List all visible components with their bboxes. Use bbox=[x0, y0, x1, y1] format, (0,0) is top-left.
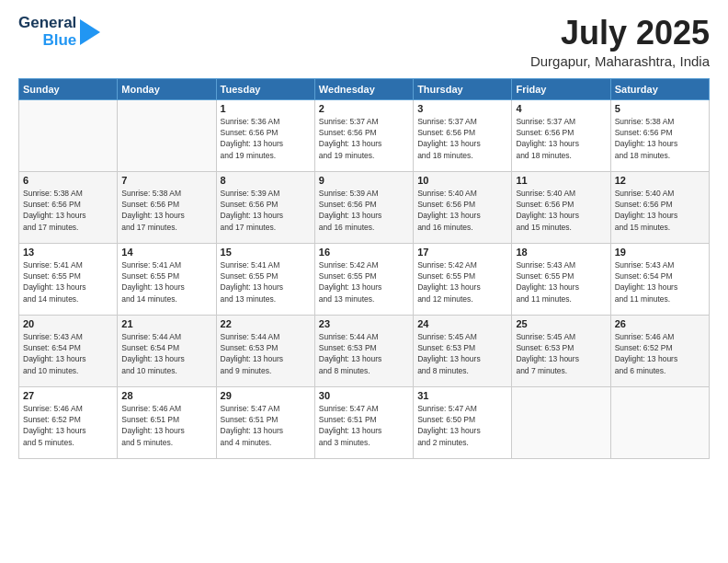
weekday-header: Tuesday bbox=[216, 78, 314, 99]
calendar-cell: 13Sunrise: 5:41 AM Sunset: 6:55 PM Dayli… bbox=[19, 243, 118, 315]
weekday-header: Monday bbox=[118, 78, 216, 99]
cell-info: Sunrise: 5:42 AM Sunset: 6:55 PM Dayligh… bbox=[319, 259, 409, 304]
calendar-cell: 5Sunrise: 5:38 AM Sunset: 6:56 PM Daylig… bbox=[610, 99, 709, 171]
day-number: 17 bbox=[417, 247, 507, 258]
calendar-cell: 31Sunrise: 5:47 AM Sunset: 6:50 PM Dayli… bbox=[414, 386, 512, 458]
day-number: 6 bbox=[23, 175, 113, 186]
svg-marker-0 bbox=[80, 19, 100, 45]
cell-info: Sunrise: 5:41 AM Sunset: 6:55 PM Dayligh… bbox=[121, 259, 211, 304]
day-number: 28 bbox=[121, 390, 211, 401]
month-title: July 2025 bbox=[530, 15, 710, 52]
header: General Blue July 2025 Durgapur, Maharas… bbox=[18, 15, 710, 69]
cell-info: Sunrise: 5:44 AM Sunset: 6:54 PM Dayligh… bbox=[121, 331, 211, 376]
calendar-cell: 23Sunrise: 5:44 AM Sunset: 6:53 PM Dayli… bbox=[314, 315, 413, 386]
calendar-week-row: 20Sunrise: 5:43 AM Sunset: 6:54 PM Dayli… bbox=[19, 315, 710, 386]
day-number: 22 bbox=[221, 318, 311, 329]
day-number: 4 bbox=[516, 103, 606, 114]
cell-info: Sunrise: 5:37 AM Sunset: 6:56 PM Dayligh… bbox=[417, 116, 507, 161]
calendar-cell: 3Sunrise: 5:37 AM Sunset: 6:56 PM Daylig… bbox=[414, 99, 512, 171]
cell-info: Sunrise: 5:38 AM Sunset: 6:56 PM Dayligh… bbox=[121, 188, 211, 233]
calendar-cell: 7Sunrise: 5:38 AM Sunset: 6:56 PM Daylig… bbox=[118, 171, 216, 243]
weekday-header: Saturday bbox=[610, 78, 709, 99]
cell-info: Sunrise: 5:39 AM Sunset: 6:56 PM Dayligh… bbox=[319, 188, 409, 233]
day-number: 14 bbox=[121, 247, 211, 258]
day-number: 8 bbox=[221, 175, 311, 186]
calendar-cell: 6Sunrise: 5:38 AM Sunset: 6:56 PM Daylig… bbox=[19, 171, 118, 243]
cell-info: Sunrise: 5:42 AM Sunset: 6:55 PM Dayligh… bbox=[417, 259, 507, 304]
cell-info: Sunrise: 5:43 AM Sunset: 6:54 PM Dayligh… bbox=[615, 259, 705, 304]
cell-info: Sunrise: 5:40 AM Sunset: 6:56 PM Dayligh… bbox=[417, 188, 507, 233]
day-number: 23 bbox=[319, 318, 409, 329]
calendar-cell: 21Sunrise: 5:44 AM Sunset: 6:54 PM Dayli… bbox=[118, 315, 216, 386]
weekday-header: Wednesday bbox=[314, 78, 413, 99]
logo-blue: Blue bbox=[42, 32, 76, 50]
weekday-header: Thursday bbox=[414, 78, 512, 99]
calendar-week-row: 6Sunrise: 5:38 AM Sunset: 6:56 PM Daylig… bbox=[19, 171, 710, 243]
cell-info: Sunrise: 5:44 AM Sunset: 6:53 PM Dayligh… bbox=[319, 331, 409, 376]
calendar-cell: 26Sunrise: 5:46 AM Sunset: 6:52 PM Dayli… bbox=[610, 315, 709, 386]
day-number: 7 bbox=[121, 175, 211, 186]
day-number: 3 bbox=[417, 103, 507, 114]
day-number: 9 bbox=[319, 175, 409, 186]
cell-info: Sunrise: 5:47 AM Sunset: 6:51 PM Dayligh… bbox=[319, 403, 409, 448]
day-number: 10 bbox=[417, 175, 507, 186]
calendar-cell: 1Sunrise: 5:36 AM Sunset: 6:56 PM Daylig… bbox=[216, 99, 314, 171]
day-number: 1 bbox=[221, 103, 311, 114]
calendar-cell: 20Sunrise: 5:43 AM Sunset: 6:54 PM Dayli… bbox=[19, 315, 118, 386]
calendar-cell: 2Sunrise: 5:37 AM Sunset: 6:56 PM Daylig… bbox=[314, 99, 413, 171]
calendar-week-row: 27Sunrise: 5:46 AM Sunset: 6:52 PM Dayli… bbox=[19, 386, 710, 458]
calendar-cell: 4Sunrise: 5:37 AM Sunset: 6:56 PM Daylig… bbox=[512, 99, 610, 171]
calendar-cell: 25Sunrise: 5:45 AM Sunset: 6:53 PM Dayli… bbox=[512, 315, 610, 386]
weekday-header: Sunday bbox=[19, 78, 118, 99]
calendar-cell: 18Sunrise: 5:43 AM Sunset: 6:55 PM Dayli… bbox=[512, 243, 610, 315]
calendar-cell bbox=[19, 99, 118, 171]
day-number: 5 bbox=[615, 103, 705, 114]
day-number: 2 bbox=[319, 103, 409, 114]
location: Durgapur, Maharashtra, India bbox=[530, 53, 710, 69]
cell-info: Sunrise: 5:37 AM Sunset: 6:56 PM Dayligh… bbox=[319, 116, 409, 161]
logo-arrow-icon bbox=[80, 19, 100, 45]
day-number: 30 bbox=[319, 390, 409, 401]
cell-info: Sunrise: 5:45 AM Sunset: 6:53 PM Dayligh… bbox=[516, 331, 606, 376]
cell-info: Sunrise: 5:38 AM Sunset: 6:56 PM Dayligh… bbox=[23, 188, 113, 233]
cell-info: Sunrise: 5:36 AM Sunset: 6:56 PM Dayligh… bbox=[221, 116, 311, 161]
calendar-cell: 22Sunrise: 5:44 AM Sunset: 6:53 PM Dayli… bbox=[216, 315, 314, 386]
day-number: 16 bbox=[319, 247, 409, 258]
calendar-cell bbox=[610, 386, 709, 458]
calendar-cell: 9Sunrise: 5:39 AM Sunset: 6:56 PM Daylig… bbox=[314, 171, 413, 243]
day-number: 27 bbox=[23, 390, 113, 401]
cell-info: Sunrise: 5:40 AM Sunset: 6:56 PM Dayligh… bbox=[615, 188, 705, 233]
weekday-header: Friday bbox=[512, 78, 610, 99]
calendar-cell: 19Sunrise: 5:43 AM Sunset: 6:54 PM Dayli… bbox=[610, 243, 709, 315]
day-number: 24 bbox=[417, 318, 507, 329]
cell-info: Sunrise: 5:39 AM Sunset: 6:56 PM Dayligh… bbox=[221, 188, 311, 233]
cell-info: Sunrise: 5:46 AM Sunset: 6:51 PM Dayligh… bbox=[121, 403, 211, 448]
day-number: 18 bbox=[516, 247, 606, 258]
day-number: 26 bbox=[615, 318, 705, 329]
cell-info: Sunrise: 5:41 AM Sunset: 6:55 PM Dayligh… bbox=[221, 259, 311, 304]
day-number: 13 bbox=[23, 247, 113, 258]
calendar-cell: 27Sunrise: 5:46 AM Sunset: 6:52 PM Dayli… bbox=[19, 386, 118, 458]
cell-info: Sunrise: 5:47 AM Sunset: 6:50 PM Dayligh… bbox=[417, 403, 507, 448]
cell-info: Sunrise: 5:40 AM Sunset: 6:56 PM Dayligh… bbox=[516, 188, 606, 233]
cell-info: Sunrise: 5:43 AM Sunset: 6:55 PM Dayligh… bbox=[516, 259, 606, 304]
logo: General Blue bbox=[18, 15, 100, 49]
day-number: 21 bbox=[121, 318, 211, 329]
cell-info: Sunrise: 5:43 AM Sunset: 6:54 PM Dayligh… bbox=[23, 331, 113, 376]
title-block: July 2025 Durgapur, Maharashtra, India bbox=[530, 15, 710, 69]
calendar-week-row: 1Sunrise: 5:36 AM Sunset: 6:56 PM Daylig… bbox=[19, 99, 710, 171]
day-number: 19 bbox=[615, 247, 705, 258]
cell-info: Sunrise: 5:41 AM Sunset: 6:55 PM Dayligh… bbox=[23, 259, 113, 304]
day-number: 11 bbox=[516, 175, 606, 186]
calendar-cell: 11Sunrise: 5:40 AM Sunset: 6:56 PM Dayli… bbox=[512, 171, 610, 243]
calendar-cell: 14Sunrise: 5:41 AM Sunset: 6:55 PM Dayli… bbox=[118, 243, 216, 315]
calendar-cell: 16Sunrise: 5:42 AM Sunset: 6:55 PM Dayli… bbox=[314, 243, 413, 315]
calendar-cell: 17Sunrise: 5:42 AM Sunset: 6:55 PM Dayli… bbox=[414, 243, 512, 315]
day-number: 20 bbox=[23, 318, 113, 329]
day-number: 31 bbox=[417, 390, 507, 401]
day-number: 25 bbox=[516, 318, 606, 329]
calendar-cell bbox=[118, 99, 216, 171]
day-number: 12 bbox=[615, 175, 705, 186]
calendar-cell: 15Sunrise: 5:41 AM Sunset: 6:55 PM Dayli… bbox=[216, 243, 314, 315]
calendar-cell: 24Sunrise: 5:45 AM Sunset: 6:53 PM Dayli… bbox=[414, 315, 512, 386]
